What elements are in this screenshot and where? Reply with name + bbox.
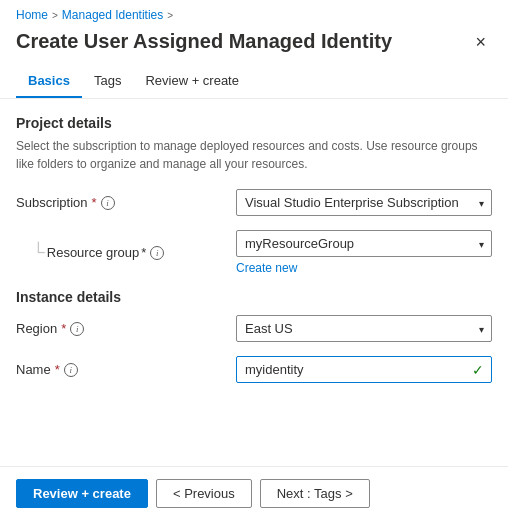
rg-control: myResourceGroup ▾ Create new — [236, 230, 492, 275]
rg-info-icon[interactable]: i — [150, 246, 164, 260]
tab-basics[interactable]: Basics — [16, 65, 82, 98]
breadcrumb-sep1: > — [52, 10, 58, 21]
form-content: Project details Select the subscription … — [0, 99, 508, 383]
name-row: Name * i ✓ — [16, 356, 492, 383]
breadcrumb-managed-identities[interactable]: Managed Identities — [62, 8, 163, 22]
name-required: * — [55, 362, 60, 377]
subscription-info-icon[interactable]: i — [101, 196, 115, 210]
region-control: East US ▾ — [236, 315, 492, 342]
subscription-dropdown[interactable]: Visual Studio Enterprise Subscription — [236, 189, 492, 216]
region-required: * — [61, 321, 66, 336]
create-new-link[interactable]: Create new — [236, 261, 492, 275]
rg-required: * — [141, 245, 146, 260]
name-input[interactable] — [236, 356, 492, 383]
subscription-row: Subscription * i Visual Studio Enterpris… — [16, 189, 492, 216]
tab-tags[interactable]: Tags — [82, 65, 133, 98]
review-create-button[interactable]: Review + create — [16, 479, 148, 508]
region-dropdown-wrapper: East US ▾ — [236, 315, 492, 342]
breadcrumb-sep2: > — [167, 10, 173, 21]
resource-group-label: Resource group — [47, 245, 140, 260]
page-title: Create User Assigned Managed Identity — [16, 30, 392, 53]
rg-dropdown-wrapper: myResourceGroup ▾ — [236, 230, 492, 257]
region-row: Region * i East US ▾ — [16, 315, 492, 342]
rg-label-wrapper: └ Resource group * i — [16, 245, 164, 260]
name-check-icon: ✓ — [472, 362, 484, 378]
instance-section: Instance details — [16, 289, 492, 305]
name-input-wrapper: ✓ — [236, 356, 492, 383]
region-info-icon[interactable]: i — [70, 322, 84, 336]
close-button[interactable]: × — [469, 31, 492, 53]
subscription-dropdown-wrapper: Visual Studio Enterprise Subscription ▾ — [236, 189, 492, 216]
resource-group-dropdown[interactable]: myResourceGroup — [236, 230, 492, 257]
breadcrumb: Home > Managed Identities > — [0, 0, 508, 26]
next-button[interactable]: Next : Tags > — [260, 479, 370, 508]
page-header: Create User Assigned Managed Identity × — [0, 26, 508, 65]
name-control: ✓ — [236, 356, 492, 383]
instance-details-title: Instance details — [16, 289, 492, 305]
subscription-control: Visual Studio Enterprise Subscription ▾ — [236, 189, 492, 216]
project-details-desc: Select the subscription to manage deploy… — [16, 137, 492, 173]
subscription-label: Subscription * i — [16, 195, 236, 210]
region-label: Region * i — [16, 321, 236, 336]
footer: Review + create < Previous Next : Tags > — [0, 466, 508, 520]
resource-group-row: └ Resource group * i myResourceGroup ▾ C… — [16, 230, 492, 275]
name-label: Name * i — [16, 362, 236, 377]
project-details-title: Project details — [16, 115, 492, 131]
breadcrumb-home[interactable]: Home — [16, 8, 48, 22]
resource-group-label-col: └ Resource group * i — [16, 245, 236, 260]
tab-review-create[interactable]: Review + create — [133, 65, 251, 98]
tab-bar: Basics Tags Review + create — [0, 65, 508, 99]
previous-button[interactable]: < Previous — [156, 479, 252, 508]
rg-tree-icon: └ — [32, 245, 45, 259]
subscription-required: * — [92, 195, 97, 210]
name-info-icon[interactable]: i — [64, 363, 78, 377]
region-dropdown[interactable]: East US — [236, 315, 492, 342]
